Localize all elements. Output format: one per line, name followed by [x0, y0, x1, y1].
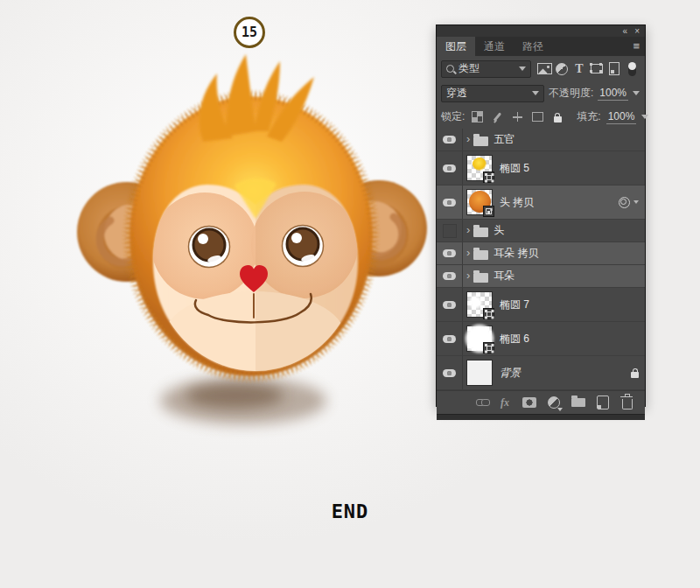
visibility-toggle[interactable] [437, 242, 463, 264]
monkey-shadow [160, 377, 326, 424]
folder-icon [473, 228, 488, 237]
vector-mask-badge-icon [483, 342, 494, 354]
eye-icon [443, 301, 456, 309]
type-filter-icon[interactable]: T [570, 61, 588, 77]
layer-row[interactable]: 椭圆 6 [437, 322, 645, 356]
visibility-toggle[interactable] [437, 288, 463, 321]
delete-layer-icon[interactable] [619, 395, 636, 410]
layer-name: 耳朵 拷贝 [494, 246, 538, 261]
adjustment-filter-icon[interactable] [553, 61, 570, 77]
link-layers-icon[interactable] [472, 395, 489, 410]
layer-name: 背景 [500, 366, 521, 381]
adjustment-layer-icon[interactable] [545, 395, 563, 410]
visibility-toggle[interactable] [437, 322, 463, 355]
layer-row[interactable]: ›五官 [437, 129, 645, 151]
lock-paint-icon[interactable] [490, 110, 504, 124]
panel-menu-icon[interactable]: ≡ [633, 39, 640, 52]
lock-artboard-icon[interactable] [530, 110, 544, 124]
visibility-toggle[interactable] [437, 129, 463, 150]
smart-object-badge-icon [483, 206, 494, 217]
layer-thumbnail[interactable] [466, 189, 493, 215]
collapse-arrow-icon[interactable]: › [466, 223, 470, 236]
collapse-arrow-icon[interactable]: › [466, 132, 470, 145]
lock-move-icon[interactable] [510, 110, 524, 124]
panel-resize-edge[interactable] [437, 414, 645, 420]
tab-label: 图层 [445, 39, 466, 54]
layer-name: 椭圆 6 [500, 332, 529, 346]
tab-图层[interactable]: 图层 [437, 37, 475, 56]
vector-mask-badge-icon [483, 172, 494, 183]
chevron-down-icon[interactable] [641, 115, 648, 119]
layer-row-trailing [619, 197, 645, 208]
chevron-down-icon[interactable] [634, 200, 639, 204]
folder-icon [473, 273, 488, 283]
layer-thumbnail[interactable] [466, 326, 493, 352]
new-layer-icon[interactable] [594, 395, 612, 410]
layer-name: 椭圆 5 [500, 161, 529, 176]
filter-kind-dropdown[interactable]: 类型 [441, 60, 531, 78]
close-panel-icon[interactable]: × [634, 27, 640, 36]
pixel-filter-icon[interactable] [536, 61, 553, 77]
layer-row[interactable]: 椭圆 7 [437, 288, 645, 322]
chevron-down-icon [532, 91, 539, 95]
layer-thumbnail[interactable] [466, 291, 493, 318]
filter-row: 类型 T [437, 56, 645, 81]
opacity-label: 不透明度: [549, 86, 593, 101]
photoshop-canvas: 15 [0, 0, 700, 588]
smart-object-filter-icon[interactable] [606, 61, 623, 77]
tab-路径[interactable]: 路径 [514, 37, 552, 56]
new-group-icon[interactable] [570, 395, 587, 410]
eye-icon [443, 272, 456, 280]
layer-name: 头 [494, 223, 504, 238]
visibility-toggle[interactable] [437, 151, 463, 185]
visibility-toggle[interactable] [437, 186, 463, 219]
tab-label: 通道 [484, 39, 505, 54]
layer-style-fx-icon[interactable]: fx [496, 395, 514, 410]
eye-icon [443, 136, 456, 144]
padlock-icon [554, 116, 562, 122]
layer-thumbnail[interactable] [466, 155, 493, 181]
visibility-toggle[interactable] [437, 356, 463, 389]
folder-icon [473, 136, 488, 146]
lock-icon [631, 372, 639, 378]
panel-tabs: 图层通道路径 ≡ [437, 37, 645, 56]
panel-footer: fx [437, 390, 645, 414]
collapse-arrow-icon[interactable]: › [466, 246, 470, 259]
layer-row[interactable]: ›耳朵 [437, 265, 645, 288]
folder-icon [473, 250, 488, 260]
tab-通道[interactable]: 通道 [475, 37, 514, 56]
chevron-down-icon[interactable] [633, 91, 640, 95]
add-mask-icon[interactable] [521, 395, 538, 410]
visibility-toggle[interactable] [437, 265, 463, 287]
monkey-illustration [0, 0, 455, 490]
layer-row[interactable]: 椭圆 5 [437, 151, 645, 186]
end-label: END [0, 500, 700, 522]
layer-name: 五官 [494, 132, 514, 147]
shape-filter-icon[interactable] [588, 61, 606, 77]
eye-icon [443, 199, 456, 206]
filter-toggle-icon[interactable] [623, 61, 640, 77]
layer-row-trailing [631, 368, 645, 378]
visibility-toggle[interactable] [437, 220, 463, 242]
layer-row[interactable]: 头 拷贝 [437, 186, 645, 220]
tab-label: 路径 [522, 39, 543, 54]
fill-value[interactable]: 100% [606, 110, 637, 124]
layer-name: 耳朵 [494, 269, 514, 284]
layer-row[interactable]: ›耳朵 拷贝 [437, 242, 645, 265]
layer-list: ›五官椭圆 5头 拷贝›头›耳朵 拷贝›耳朵椭圆 7椭圆 6背景 [437, 129, 645, 390]
layer-row[interactable]: 背景 [437, 356, 645, 390]
layers-panel: « × 图层通道路径 ≡ 类型 T 穿透 不透明度: 100% 锁定: [436, 24, 646, 407]
blend-mode-dropdown[interactable]: 穿透 [441, 85, 544, 102]
blend-row: 穿透 不透明度: 100% [437, 81, 645, 105]
layer-thumbnail[interactable] [466, 360, 493, 386]
smart-filter-icon[interactable] [619, 197, 630, 208]
collapse-arrow-icon[interactable]: › [466, 269, 470, 282]
lock-all-icon[interactable] [550, 110, 564, 124]
eye-icon [443, 369, 456, 377]
hidden-visibility-box [443, 224, 457, 238]
eye-icon [443, 249, 456, 257]
opacity-value[interactable]: 100% [598, 87, 628, 101]
layer-row[interactable]: ›头 [437, 220, 645, 242]
lock-transparent-icon[interactable] [470, 110, 484, 124]
collapse-panel-icon[interactable]: « [623, 27, 628, 36]
